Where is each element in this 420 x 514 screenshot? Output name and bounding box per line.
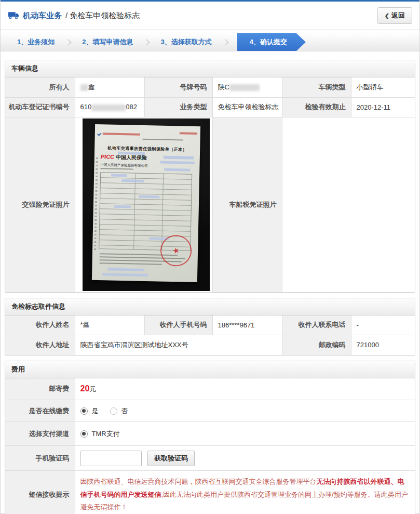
doc-line xyxy=(133,173,136,249)
radio-online-no[interactable] xyxy=(110,407,117,415)
recipient-address-value: 陕西省宝鸡市渭滨区测试地址XXX号 xyxy=(75,335,282,355)
redaction-highlight xyxy=(111,174,127,177)
step-separator-icon xyxy=(65,39,72,46)
radio-tmr-pay[interactable] xyxy=(80,430,88,438)
redaction-highlight xyxy=(118,151,145,154)
sms-tip-label: 短信接收提示 xyxy=(5,471,75,514)
table-row: 手机验证码 获取验证码 xyxy=(5,446,415,471)
sms-code-cell: 获取验证码 xyxy=(75,446,415,471)
sms-tip-cell: 因陕西省联通、电信运营商技术问题，陕西省互联网交通安全综合服务管理平台无法向持陕… xyxy=(75,471,415,514)
radio-online-yes-label[interactable]: 是 xyxy=(92,406,99,416)
sms-code-input[interactable] xyxy=(80,451,142,466)
redaction-highlight xyxy=(139,195,159,198)
online-pay-options: 是 否 xyxy=(75,400,415,422)
insurance-document: 机动车交通事故责任强制保险单（正本） PICC 中国人民保险 中国人民财产保险股… xyxy=(92,124,200,282)
redaction-highlight xyxy=(107,268,144,271)
vehicle-info-title: 车辆信息 xyxy=(5,60,415,77)
back-button-label: 返回 xyxy=(391,11,405,20)
doc-title: 机动车交通事故责任强制保险单（正本） xyxy=(94,144,200,152)
business-type-value: 免检车申领检验标志 xyxy=(212,97,282,117)
recipient-phone-label: 收件人联系电话 xyxy=(282,315,351,335)
step-separator-icon xyxy=(144,39,151,46)
tab-step-1[interactable]: 1、业务须知 xyxy=(11,37,61,47)
recipient-mobile-label: 收件人手机号码 xyxy=(144,315,212,335)
inspection-valid-value: 2020-12-11 xyxy=(351,97,415,117)
vehicle-type-value: 小型轿车 xyxy=(351,77,415,97)
doc-line xyxy=(143,138,183,140)
star-icon: ★ xyxy=(171,245,181,256)
doc-company: 中国人民财产保险股份有限公司 xyxy=(100,163,147,168)
plate-value: 陕C xyxy=(212,77,282,97)
radio-online-yes[interactable] xyxy=(80,407,88,415)
redaction-blur xyxy=(91,104,126,111)
table-row: 交强险凭证照片 机动车交通事故责任强制保险单（正本） PICC 中国人民保险 xyxy=(5,117,415,292)
table-row: 短信接收提示 因陕西省联通、电信运营商技术问题，陕西省互联网交通安全综合服务管理… xyxy=(5,471,415,514)
pickup-info-table: 收件人姓名 *鑫 收件人手机号码 186****9671 收件人联系电话 - 收… xyxy=(5,315,415,355)
redaction-highlight xyxy=(164,168,190,171)
tax-photo-cell xyxy=(282,117,415,292)
step-separator-icon xyxy=(222,39,229,46)
owner-value: 鑫 xyxy=(75,77,144,97)
vehicle-type-label: 车辆类型 xyxy=(282,77,351,97)
pay-channel-label: 选择支付渠道 xyxy=(5,422,75,446)
insurance-photo-cell: 机动车交通事故责任强制保险单（正本） PICC 中国人民保险 中国人民财产保险股… xyxy=(75,117,212,292)
postage-value: 20元 xyxy=(75,378,415,400)
vehicle-info-table: 所有人 鑫 号牌号码 陕C 车辆类型 小型轿车 机动车登记证书编号 610082… xyxy=(5,77,415,292)
redaction-highlight xyxy=(164,155,194,159)
redaction-blur xyxy=(80,84,88,91)
redaction-highlight xyxy=(160,161,195,164)
zip-code-value: 721000 xyxy=(351,335,415,355)
table-row: 所有人 鑫 号牌号码 陕C 车辆类型 小型轿车 xyxy=(5,77,415,97)
page-header: 机动车业务 / 免检车申领检验标志 ❮ 返回 xyxy=(1,2,419,30)
sms-tip-text: 因陕西省联通、电信运营商技术问题，陕西省互联网交通安全综合服务管理平台无法向持陕… xyxy=(80,471,415,514)
owner-label: 所有人 xyxy=(5,77,75,97)
get-code-button[interactable]: 获取验证码 xyxy=(147,451,195,466)
table-row: 机动车登记证书编号 610082 业务类型 免检车申领检验标志 检验有效期止 2… xyxy=(5,97,415,117)
page: 机动车业务 / 免检车申领检验标志 ❮ 返回 1、业务须知 2、填写申请信息 3… xyxy=(0,0,420,514)
table-row: 收件人姓名 *鑫 收件人手机号码 186****9671 收件人联系电话 - xyxy=(5,315,415,335)
step-tabs: 1、业务须知 2、填写申请信息 3、选择获取方式 4、确认提交 xyxy=(1,33,419,51)
recipient-address-label: 收件人地址 xyxy=(5,335,75,355)
check-icon xyxy=(97,131,102,136)
vehicle-info-section: 车辆信息 所有人 鑫 号牌号码 陕C 车辆类型 小型轿车 机动车登记证书编号 6… xyxy=(5,60,415,293)
doc-vertical-text xyxy=(94,157,98,251)
sms-code-label: 手机验证码 xyxy=(5,446,75,471)
breadcrumb: 机动车业务 / 免检车申领检验标志 xyxy=(8,11,140,21)
radio-tmr-pay-label[interactable]: TMR支付 xyxy=(92,429,120,439)
plate-label: 号牌号码 xyxy=(144,77,212,97)
truck-icon xyxy=(8,11,19,20)
postage-amount: 20 xyxy=(80,384,90,393)
tax-photo-label: 车船税凭证照片 xyxy=(212,117,282,292)
insurance-photo-label: 交强险凭证照片 xyxy=(5,117,75,292)
back-chevron-icon: ❮ xyxy=(385,12,389,19)
tab-step-2[interactable]: 2、填写申请信息 xyxy=(76,37,139,47)
online-pay-label: 是否在线缴费 xyxy=(5,400,75,422)
table-row: 收件人地址 陕西省宝鸡市渭滨区测试地址XXX号 邮政编码 721000 xyxy=(5,335,415,355)
tab-step-3[interactable]: 3、选择获取方式 xyxy=(154,37,218,47)
redaction-highlight xyxy=(114,205,131,208)
page-title: / 免检车申领检验标志 xyxy=(65,11,140,21)
pay-channel-options: TMR支付 xyxy=(75,422,415,446)
redaction-highlight xyxy=(102,273,148,276)
radio-online-no-label[interactable]: 否 xyxy=(121,406,128,416)
zip-code-label: 邮政编码 xyxy=(282,335,351,355)
recipient-mobile-value: 186****9671 xyxy=(212,315,282,335)
doc-header-redtext xyxy=(180,132,197,135)
fee-table: 邮寄费 20元 是否在线缴费 是 否 选择支付渠道 xyxy=(5,378,415,514)
redaction-highlight xyxy=(121,179,144,182)
recipient-phone-value: - xyxy=(351,315,415,335)
fee-section: 费用 邮寄费 20元 是否在线缴费 是 否 xyxy=(5,361,415,514)
table-row: 是否在线缴费 是 否 xyxy=(5,400,415,422)
table-row: 邮寄费 20元 xyxy=(5,378,415,400)
postage-label: 邮寄费 xyxy=(5,378,75,400)
back-button[interactable]: ❮ 返回 xyxy=(377,7,412,24)
fee-title: 费用 xyxy=(5,361,415,378)
redaction-blur xyxy=(229,84,260,91)
pickup-info-title: 免检标志取件信息 xyxy=(5,298,415,315)
tab-step-4-active[interactable]: 4、确认提交 xyxy=(237,33,306,51)
pickup-info-section: 免检标志取件信息 收件人姓名 *鑫 收件人手机号码 186****9671 收件… xyxy=(5,298,415,355)
insurance-photo[interactable]: 机动车交通事故责任强制保险单（正本） PICC 中国人民保险 中国人民财产保险股… xyxy=(83,118,210,291)
recipient-name-value: *鑫 xyxy=(75,315,144,335)
doc-clause-line xyxy=(100,262,162,265)
business-type-label: 业务类型 xyxy=(144,97,212,117)
